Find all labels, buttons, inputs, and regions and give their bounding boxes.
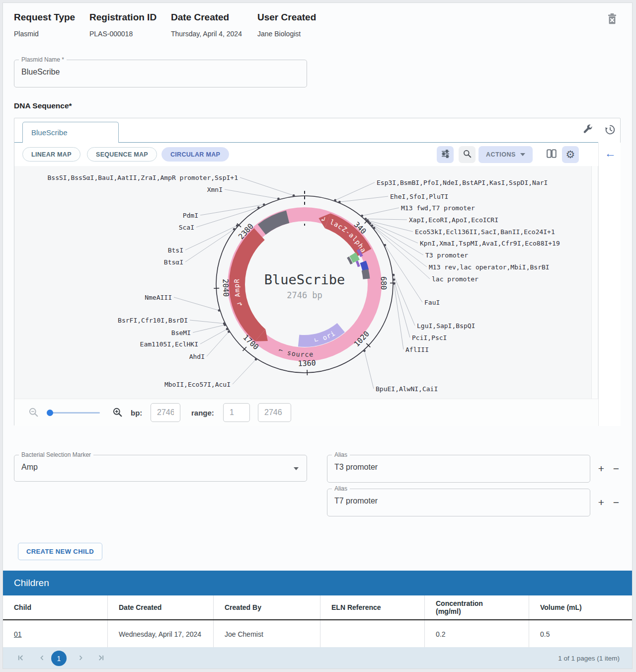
- circular-map-canvas[interactable]: ⌐ source↲ lacZ-alpha↲ AmpR∟ ori340680102…: [14, 166, 591, 399]
- field-value: PLAS-000018: [89, 30, 157, 38]
- cut-site-marker: [226, 328, 229, 331]
- cut-site-label-esp3i-bsmbi-pfoi-ndei-bstapi-k[interactable]: Esp3I,BsmBI,PfoI,NdeI,BstAPI,KasI,SspDI,…: [377, 179, 548, 186]
- cut-site-label-pcii-psci[interactable]: PciI,PscI: [412, 334, 447, 341]
- cut-site-label-xmni[interactable]: XmnI: [207, 186, 223, 193]
- cut-site-label-mboii-eco57i-acui[interactable]: MboII,Eco57I,AcuI: [164, 381, 231, 388]
- cut-site-label-bsrfi-cfr10i-bsrdi[interactable]: BsrFI,Cfr10I,BsrDI: [118, 317, 188, 324]
- cut-site-label-xapi-ecori-apoi-ecoicri[interactable]: XapI,EcoRI,ApoI,EcoICRI: [409, 216, 498, 224]
- cut-site-label-bsssi-bsss-i-baui-aatii-zrai-a[interactable]: BssSI,BssSαI,BauI,AatII,ZraI,AmpR promot…: [47, 174, 238, 181]
- alias-input-1[interactable]: [334, 463, 567, 472]
- tab-linear-map[interactable]: LINEAR MAP: [22, 147, 80, 162]
- prev-page-button[interactable]: [36, 653, 48, 665]
- column-header-concentration: Concentration(mg/ml): [425, 595, 529, 619]
- eln-reference-cell: [320, 620, 425, 648]
- alias-input-2[interactable]: [334, 497, 567, 505]
- cut-site-label-m13-fwd-t7-promoter[interactable]: M13 fwd,T7 promoter: [401, 204, 475, 212]
- feature-blue-site[interactable]: [363, 262, 366, 270]
- bacterial-selection-marker-select[interactable]: [21, 463, 284, 472]
- alias-add-button-1[interactable]: +: [595, 463, 607, 475]
- zoom-slider[interactable]: [48, 412, 100, 414]
- column-header-eln-reference: ELN Reference: [320, 595, 425, 619]
- wrench-icon: [583, 128, 593, 136]
- actions-label: ACTIONS: [486, 151, 516, 158]
- cut-site-label-lgui-sapi-bspqi[interactable]: LguI,SapI,BspQI: [417, 322, 475, 330]
- child-link[interactable]: 01: [14, 630, 22, 638]
- cut-site-label-t3-promoter[interactable]: T3 promoter: [425, 252, 468, 259]
- cut-site-label-m13-rev-lac-operator-mbii-bsrb[interactable]: M13 rev,lac operator,MbiI,BsrBI: [429, 263, 550, 271]
- cut-site-marker: [373, 227, 376, 229]
- cut-site-label-bsemi[interactable]: BseMI: [171, 329, 191, 336]
- editor-toolbar: LINEAR MAP SEQUENCE MAP CIRCULAR MAP: [14, 143, 598, 166]
- sequence-tab[interactable]: BlueScribe: [22, 122, 119, 143]
- next-page-button[interactable]: [75, 653, 86, 665]
- current-page-button[interactable]: 1: [51, 651, 67, 666]
- feature-primer-site-2[interactable]: [357, 261, 359, 266]
- alias-remove-button-2[interactable]: −: [610, 497, 622, 508]
- cut-site-label-nmeaiii[interactable]: NmeAIII: [145, 294, 172, 301]
- feature-ampr[interactable]: [237, 234, 260, 336]
- cut-site-label-kpni-xmai-tspmi-avai-cfr9i-eco[interactable]: KpnI,XmaI,TspMI,AvaI,Cfr9I,Eco88I+19: [420, 240, 560, 247]
- bp-input[interactable]: [151, 403, 180, 422]
- delete-request-button[interactable]: [605, 13, 619, 27]
- expand-panel-button[interactable]: ←: [603, 147, 617, 161]
- callout-line: [364, 351, 374, 389]
- tools-button[interactable]: [583, 124, 593, 137]
- feature-mcs-site[interactable]: [353, 254, 356, 261]
- tab-circular-map[interactable]: CIRCULAR MAP: [161, 147, 229, 162]
- history-icon: [605, 128, 616, 137]
- vertical-scrollbar[interactable]: [591, 166, 598, 399]
- cut-site-label-bts-i[interactable]: BtsαI: [164, 258, 183, 266]
- zoom-slider-handle[interactable]: [47, 410, 53, 416]
- feature-gray-site-2[interactable]: [365, 270, 367, 279]
- cut-site-label-eam1105i-eclhki[interactable]: Eam1105I,EclHKI: [140, 340, 198, 348]
- create-new-child-button[interactable]: CREATE NEW CHILD: [18, 543, 102, 560]
- column-header-volume-ml-: Volume (mL): [529, 595, 633, 619]
- cut-site-label-eco53ki-ecl136ii-saci-banii-ec[interactable]: Eco53kI,Ecl136II,SacI,BanII,Eco24I+1: [415, 228, 555, 236]
- history-button[interactable]: [605, 124, 616, 137]
- minus-icon: −: [613, 463, 619, 474]
- tab-sequence-map[interactable]: SEQUENCE MAP: [87, 147, 157, 162]
- range-start-input[interactable]: [223, 403, 250, 422]
- plasmid-size: 2746 bp: [287, 290, 322, 300]
- actions-dropdown[interactable]: ACTIONS: [478, 146, 533, 163]
- cut-site-label-faui[interactable]: FauI: [424, 299, 440, 306]
- axis-tick-label: 2040: [221, 279, 231, 297]
- cut-site-label-btsi[interactable]: BtsI: [168, 247, 183, 254]
- search-button[interactable]: [459, 146, 476, 163]
- cut-site-label-scai[interactable]: ScaI: [179, 224, 194, 231]
- plasmid-name-input[interactable]: [21, 68, 284, 77]
- settings-button[interactable]: ⚙: [562, 146, 579, 163]
- tune-icon: [441, 149, 450, 161]
- callout-line: [200, 205, 264, 215]
- columns-icon: [546, 149, 557, 161]
- search-icon: [463, 149, 472, 161]
- cut-site-label-ehei-sfoi-pluti[interactable]: EheI,SfoI,PluTI: [390, 193, 448, 200]
- field-label: Request Type: [14, 12, 75, 23]
- cut-site-label-afliii[interactable]: AflIII: [405, 346, 429, 353]
- cut-site-label-ahdi[interactable]: AhdI: [189, 353, 205, 360]
- columns-view-button[interactable]: [543, 146, 560, 163]
- bacterial-selection-marker-label: Bacterial Selection Marker: [19, 451, 93, 458]
- request-detail-page: Request Type Plasmid Registration ID PLA…: [2, 2, 633, 669]
- alias-remove-button-1[interactable]: −: [610, 463, 622, 475]
- axis-tick-label: 1360: [298, 358, 316, 368]
- cut-site-label-pdmi[interactable]: PdmI: [183, 212, 198, 219]
- range-end-input[interactable]: [258, 403, 291, 422]
- filter-button[interactable]: [437, 146, 454, 163]
- cut-site-label-bpuei-alwni-caii[interactable]: BpuEI,AlwNI,CaiI: [376, 385, 438, 393]
- cut-site-marker: [384, 244, 386, 247]
- first-page-button[interactable]: [15, 653, 27, 665]
- cut-site-label-lac-promoter[interactable]: lac promoter: [432, 275, 478, 283]
- alias-label: Alias: [332, 485, 350, 492]
- bacterial-selection-marker-field: Bacterial Selection Marker: [14, 455, 307, 482]
- callout-line: [193, 325, 225, 333]
- header-field-date-created: Date Created Thursday, April 4, 2024: [171, 12, 242, 38]
- concentration-cell: 0.2: [425, 620, 529, 648]
- alias-add-button-2[interactable]: +: [595, 497, 607, 508]
- zoom-out-button[interactable]: [28, 407, 39, 418]
- sequence-map-label: SEQUENCE MAP: [96, 151, 148, 158]
- last-page-button[interactable]: [94, 653, 106, 665]
- callout-line: [394, 275, 415, 326]
- children-pagination: 1 1 of 1 pages (1 item): [3, 647, 633, 669]
- zoom-in-button[interactable]: [112, 407, 123, 418]
